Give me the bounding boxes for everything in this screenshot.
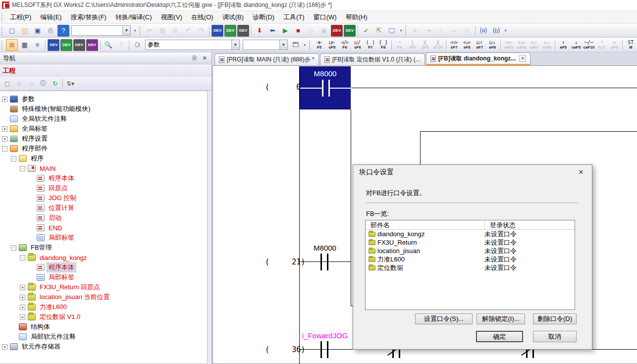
find-icon[interactable]: ⚆: [131, 39, 143, 51]
tree-expander-icon[interactable]: +: [2, 126, 7, 132]
tree-item-全局软元件注释[interactable]: 全局软元件注释: [0, 114, 207, 124]
new-file-icon[interactable]: ▢: [6, 25, 18, 37]
unlock-button[interactable]: 解除锁定(I)...: [477, 313, 525, 324]
write-to-plc-icon[interactable]: ⬇: [254, 25, 265, 37]
menu-item-3[interactable]: 转换/编译(C): [111, 11, 157, 23]
tree-item-FB管理[interactable]: -FB管理: [0, 243, 207, 253]
tree-expander-icon[interactable]: -: [2, 146, 7, 152]
toolbar-overflow-icon[interactable]: ▾: [503, 25, 508, 36]
device-test-icon[interactable]: DEV: [344, 25, 356, 37]
tree-item-程序[interactable]: -程序: [0, 154, 207, 163]
menu-item-0[interactable]: 工程(P): [5, 11, 36, 23]
tree-expander-icon[interactable]: +: [20, 285, 25, 290]
device-batch-monitor-icon[interactable]: DEV: [331, 25, 343, 37]
module-config-icon[interactable]: ▦: [19, 39, 31, 51]
column-header-name[interactable]: 部件名: [366, 220, 485, 229]
menu-item-1[interactable]: 编辑(E): [36, 11, 66, 23]
ok-button[interactable]: 确定: [476, 331, 523, 342]
contact-bar[interactable]: [327, 254, 328, 270]
refresh-icon[interactable]: ↻: [50, 78, 60, 89]
ladder-symbol-sF7-button[interactable]: ⊣↑⊢sF7: [448, 39, 461, 52]
contact-bar[interactable]: [320, 341, 322, 358]
column-header-status[interactable]: 登录状态: [485, 220, 575, 229]
tree-expander-icon[interactable]: -: [11, 156, 16, 161]
statement-display-icon[interactable]: ⒝: [490, 25, 502, 37]
tab-close-icon[interactable]: ✕: [519, 55, 526, 62]
ladder-symbol-sF8-button[interactable]: ⊣↓⊢sF8: [461, 39, 474, 52]
monitor-start-icon[interactable]: ▶: [279, 25, 291, 37]
ladder-symbol-caF10-button[interactable]: ─/─caF10: [583, 39, 595, 52]
tree-item-程序设置[interactable]: +程序设置: [0, 134, 207, 144]
fb-list[interactable]: 部件名 登录状态 diandong_kongz未设置口令FX3U_Return未…: [365, 220, 575, 310]
tree-expander-icon[interactable]: -: [11, 245, 16, 251]
tree-expander-icon[interactable]: +: [20, 295, 25, 300]
tree-item-软元件存储器[interactable]: +软元件存储器: [0, 342, 207, 352]
tree-expander-icon[interactable]: -: [20, 166, 25, 171]
new-data-icon[interactable]: ▢: [2, 78, 13, 89]
ladder-symbol-⊞-button[interactable]: ST⊞: [624, 39, 637, 52]
menu-item-8[interactable]: 工具(T): [279, 11, 309, 23]
tree-item-程序本体[interactable]: 程序本体: [0, 173, 207, 183]
ladder-symbol-sF5-button[interactable]: ⊔⊢sF5: [326, 39, 339, 52]
set-password-button[interactable]: 设置口令(S)...: [415, 313, 473, 324]
save-icon[interactable]: ▣: [32, 25, 44, 37]
device-monitor-icon[interactable]: DEV: [237, 25, 249, 37]
menu-item-6[interactable]: 调试(B): [218, 11, 248, 23]
tree-item-程序部件[interactable]: -程序部件: [0, 144, 207, 154]
delete-password-button[interactable]: 删除口令(D): [533, 313, 577, 324]
tree-expander-icon[interactable]: +: [20, 314, 25, 320]
tree-item-结构体[interactable]: 结构体: [0, 322, 207, 332]
cancel-button[interactable]: 取消: [533, 331, 577, 342]
tree-item-局部标签[interactable]: 局部标签: [0, 272, 207, 282]
device-comment-display-icon[interactable]: ⒜: [478, 25, 489, 37]
tree-item-diandong_kongz[interactable]: -diandong_kongz: [0, 253, 207, 262]
tree-item-参数[interactable]: +参数: [0, 94, 207, 104]
device-table-icon[interactable]: DEV: [60, 39, 72, 51]
device-comment-icon[interactable]: DEV: [212, 25, 223, 37]
work-window-icon[interactable]: ≡: [32, 39, 44, 51]
ladder-symbol-aF5-button[interactable]: ↑aF5: [557, 39, 570, 52]
tree-expander-icon[interactable]: +: [2, 344, 7, 350]
ladder-symbol-F8-button[interactable]: { }F8: [377, 39, 390, 52]
toolbar-overflow-icon[interactable]: ▾: [398, 25, 404, 36]
ladder-symbol-aF7-button[interactable]: ⊔↑aF7: [473, 39, 486, 52]
ladder-symbol-aF8-button[interactable]: ⊔↓aF8: [486, 39, 499, 52]
data-info-icon[interactable]: ⓘ: [38, 78, 49, 89]
read-from-plc-icon[interactable]: ⬅: [266, 25, 278, 37]
chevron-down-icon[interactable]: ▼: [122, 26, 130, 35]
print-icon[interactable]: ⎙: [45, 25, 56, 37]
fb-list-row[interactable]: FX3U_Return未设置口令: [366, 238, 575, 247]
contact-bar[interactable]: [320, 254, 322, 270]
help-icon[interactable]: ?: [57, 25, 69, 37]
tree-item-定位数据 V1.0[interactable]: +定位数据 V1.0: [0, 312, 207, 322]
device-combobox[interactable]: 参数▼: [145, 40, 240, 50]
tree-item-局部标签[interactable]: 局部标签: [0, 233, 207, 243]
screen-display-icon[interactable]: 🖵: [386, 25, 398, 37]
ladder-symbol-caF5-button[interactable]: ↓caF5: [570, 39, 583, 52]
tree-item-FX3U_Return 回原点[interactable]: +FX3U_Return 回原点: [0, 282, 207, 292]
fb-list-row[interactable]: location_jisuan未设置口令: [366, 247, 575, 255]
menu-item-7[interactable]: 诊断(D): [248, 11, 279, 23]
open-file-icon[interactable]: ◱: [19, 25, 31, 37]
tree-item-回原点[interactable]: 回原点: [0, 183, 207, 193]
tree-item-启动[interactable]: 启动: [0, 213, 207, 223]
pin-icon[interactable]: ⎘: [191, 54, 199, 62]
tree-item-JOG 控制[interactable]: JOG 控制: [0, 193, 207, 203]
selected-ladder-cell[interactable]: M8000: [300, 66, 351, 109]
tree-item-位置计算[interactable]: 位置计算: [0, 203, 207, 213]
ladder-symbol-F5-button[interactable]: ⊣⊢F5: [313, 39, 326, 52]
toolbar-overflow-icon[interactable]: ▾: [132, 25, 138, 36]
tab-2[interactable]: [FB]读取 定位数据 V1.0 (只读) (...: [320, 53, 425, 65]
find-combobox[interactable]: ▼: [243, 40, 288, 50]
ladder-symbol-sF6-button[interactable]: ⊔/sF6: [351, 39, 364, 52]
tree-expander-icon[interactable]: +: [20, 305, 25, 310]
project-view-icon[interactable]: ⊞: [6, 39, 18, 51]
program-select-combobox[interactable]: ▼: [71, 25, 131, 36]
contact-bar[interactable]: [327, 341, 328, 358]
fb-list-row[interactable]: 力准L600未设置口令: [366, 255, 575, 263]
tree-item-力准L600[interactable]: +力准L600: [0, 302, 207, 312]
sort-icon[interactable]: ⇅▾: [65, 78, 76, 89]
dialog-close-icon[interactable]: ✕: [576, 167, 586, 177]
tree-expander-icon[interactable]: -: [20, 255, 25, 260]
tree-item-程序本体[interactable]: 程序本体: [0, 262, 207, 272]
